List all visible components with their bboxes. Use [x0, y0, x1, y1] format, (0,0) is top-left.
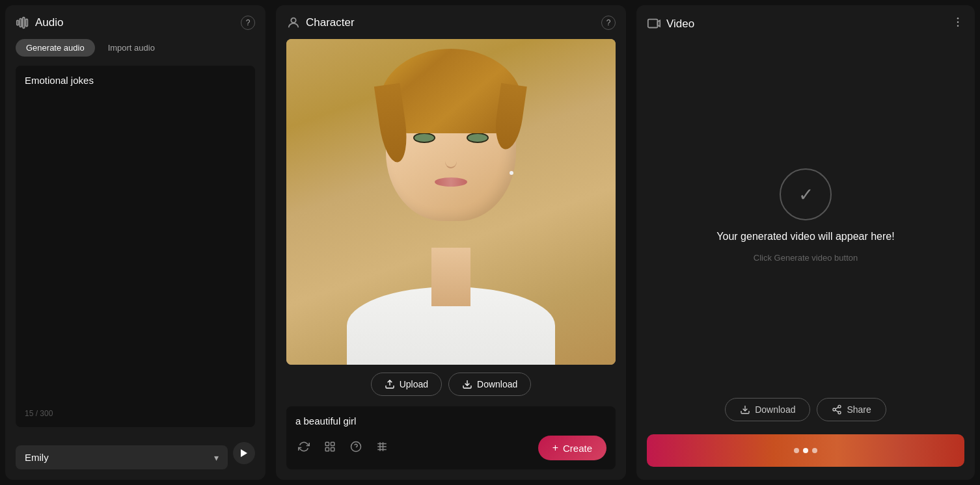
video-share-label: Share [847, 404, 871, 415]
generate-btn-container [647, 429, 964, 469]
svg-point-23 [838, 405, 841, 408]
svg-point-20 [957, 21, 959, 23]
character-action-buttons: Upload Download [286, 365, 616, 404]
svg-point-25 [838, 412, 841, 414]
tab-generate-audio[interactable]: Generate audio [16, 39, 95, 57]
video-title: Video [666, 18, 946, 31]
prompt-area: a beautiful girl [286, 406, 616, 469]
portrait-lips [435, 177, 467, 187]
upload-label: Upload [400, 379, 428, 389]
dot-3 [812, 448, 817, 453]
download-label: Download [477, 379, 517, 389]
plus-icon: + [552, 442, 558, 454]
svg-rect-3 [26, 20, 28, 27]
audio-tab-group: Generate audio Import audio [16, 39, 255, 57]
question-icon [350, 441, 362, 452]
play-button[interactable] [233, 442, 255, 464]
dots-icon [951, 16, 964, 29]
video-download-label: Download [755, 404, 795, 415]
video-placeholder-sub: Click Generate video button [754, 253, 858, 263]
voice-name: Emily [25, 452, 209, 463]
download-icon [462, 379, 472, 389]
svg-rect-9 [325, 448, 329, 451]
upload-icon [385, 379, 395, 389]
check-icon: ✓ [798, 184, 813, 205]
help-icon-button[interactable] [347, 438, 364, 458]
character-title: Character [306, 16, 596, 29]
video-download-button[interactable]: Download [725, 398, 810, 421]
svg-point-19 [957, 18, 959, 20]
dot-2 [803, 448, 808, 453]
voice-selector[interactable]: Emily ▾ [16, 445, 228, 469]
character-image-container [286, 39, 616, 365]
svg-rect-7 [325, 442, 329, 445]
tab-import-audio[interactable]: Import audio [98, 39, 165, 57]
create-button[interactable]: + Create [538, 436, 606, 460]
svg-point-24 [833, 408, 836, 411]
portrait-earring [510, 171, 513, 175]
portrait-nose [445, 154, 457, 168]
video-placeholder-title: Your generated video will appear here! [716, 231, 894, 242]
audio-icon [16, 16, 30, 30]
video-placeholder: ✓ Your generated video will appear here!… [647, 41, 964, 390]
download-button[interactable]: Download [448, 373, 531, 396]
svg-rect-8 [331, 442, 334, 445]
portrait-neck [431, 248, 470, 306]
character-header: Character ? [286, 16, 616, 30]
audio-char-count: 15 / 300 [25, 404, 246, 418]
svg-rect-1 [20, 19, 21, 27]
svg-rect-10 [331, 448, 334, 451]
audio-text-area[interactable]: Emotional jokes 15 / 300 [16, 66, 255, 427]
video-header: Video [647, 16, 964, 32]
svg-line-26 [836, 410, 839, 412]
audio-title: Audio [35, 16, 236, 29]
portrait-figure [286, 39, 616, 365]
refresh-icon-button[interactable] [295, 438, 312, 458]
svg-rect-18 [648, 19, 658, 27]
audio-panel: Audio ? Generate audio Import audio Emot… [5, 5, 265, 480]
video-download-icon [740, 404, 750, 415]
character-portrait-bg [286, 39, 616, 365]
grid-icon [376, 441, 388, 452]
generate-video-button[interactable] [647, 434, 964, 467]
play-icon [239, 449, 249, 458]
character-help-icon[interactable]: ? [601, 16, 616, 30]
character-icon [286, 16, 301, 30]
more-icon[interactable] [951, 16, 964, 32]
magic-icon-button[interactable] [321, 438, 338, 458]
portrait-left-eye [415, 134, 434, 142]
prompt-toolbar: + Create [295, 436, 606, 460]
svg-point-21 [957, 25, 959, 27]
dot-1 [794, 448, 799, 453]
video-action-row: Download Share [647, 390, 964, 429]
check-circle: ✓ [780, 168, 832, 220]
generate-btn-dots [794, 448, 817, 453]
refresh-icon [298, 441, 310, 452]
svg-rect-2 [23, 18, 25, 29]
portrait-right-eye [468, 134, 487, 142]
audio-text-content: Emotional jokes [25, 75, 246, 404]
create-label: Create [563, 443, 592, 454]
audio-help-icon[interactable]: ? [241, 16, 255, 30]
svg-line-27 [836, 407, 839, 409]
grid-icon-button[interactable] [374, 438, 390, 458]
chevron-down-icon: ▾ [214, 452, 219, 463]
prompt-text[interactable]: a beautiful girl [295, 415, 606, 426]
upload-button[interactable]: Upload [371, 373, 442, 396]
svg-point-4 [291, 18, 295, 23]
character-panel: Character ? [276, 5, 626, 480]
video-share-button[interactable]: Share [817, 398, 886, 421]
magic-icon [324, 441, 336, 452]
audio-header: Audio ? [16, 16, 255, 30]
video-panel: Video ✓ Your generated video will appear… [636, 5, 975, 480]
video-icon [647, 17, 661, 31]
svg-rect-0 [17, 20, 19, 25]
share-icon [832, 404, 842, 415]
